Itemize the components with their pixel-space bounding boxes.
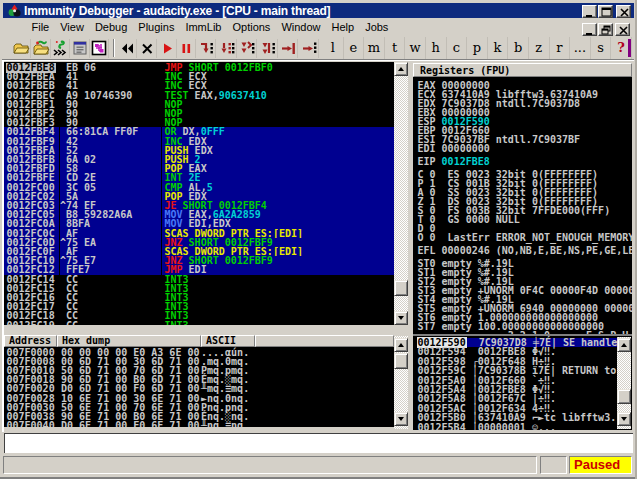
register-row[interactable]: EDI 00000000 bbox=[418, 144, 490, 154]
disasm-instruction: INT3 bbox=[165, 321, 189, 325]
toolbar-letter-k[interactable]: k bbox=[488, 37, 509, 59]
mdi-close-button[interactable] bbox=[615, 23, 630, 36]
status-message-panel bbox=[3, 456, 537, 474]
scroll-up-button[interactable] bbox=[394, 338, 408, 352]
menu-options[interactable]: Options bbox=[227, 18, 276, 37]
toolbar-letter-w[interactable]: w bbox=[405, 37, 426, 59]
step-into-icon bbox=[198, 40, 215, 57]
step-over-button[interactable] bbox=[218, 39, 237, 58]
run-to-user-code-button[interactable] bbox=[300, 39, 319, 58]
mdi-restore-icon bbox=[600, 25, 613, 36]
registers-pane[interactable]: EAX 00000000ECX 637410A9 libfftw3.637410… bbox=[413, 77, 632, 334]
stack-entry: 0012F5B4 │00000001 ☺... bbox=[418, 423, 556, 430]
trace-into-button[interactable] bbox=[238, 39, 257, 58]
menu-items: FileViewDebugPluginsImmLibOptionsWindowH… bbox=[26, 18, 394, 37]
open-folder-icon bbox=[13, 40, 30, 57]
toolbar-letter-m[interactable]: m bbox=[364, 37, 385, 59]
minimize-button[interactable] bbox=[582, 5, 597, 18]
command-input[interactable] bbox=[4, 433, 633, 453]
scroll-thumb[interactable] bbox=[394, 280, 408, 296]
arrow-up-icon bbox=[398, 67, 404, 71]
log-window-button[interactable] bbox=[71, 39, 90, 58]
toolbar-letter-t[interactable]: t bbox=[385, 37, 406, 59]
toolbar-letter-e[interactable]: e bbox=[344, 37, 365, 59]
registers-header[interactable]: Registers (FPU) bbox=[413, 63, 632, 77]
toolbar: lemtwhcpkbzr...s? bbox=[3, 37, 634, 60]
till-user-icon bbox=[301, 40, 318, 57]
stack-pane[interactable]: 0012F590 7C9037D8 ╪7É| SE handle0012F594… bbox=[413, 336, 632, 430]
register-row[interactable]: O 0 LastErr ERROR_NOT_ENOUGH_MEMORY bbox=[418, 233, 633, 243]
toolbar-letter-z[interactable]: z bbox=[529, 37, 550, 59]
disasm-address: 0012FC19 bbox=[7, 321, 55, 325]
stack-scrollbar[interactable] bbox=[617, 337, 631, 429]
scroll-thumb[interactable] bbox=[394, 353, 408, 369]
disassembly-pane[interactable]: 0012FBE8 EB 06JMP SHORT 0012FBF00012FBEA… bbox=[4, 62, 394, 325]
disassembly-scrollbar[interactable] bbox=[394, 62, 408, 325]
restart-button[interactable] bbox=[118, 39, 137, 58]
close-button[interactable] bbox=[616, 5, 631, 18]
python-shell-button[interactable] bbox=[51, 39, 70, 58]
disasm-row[interactable]: 0012FC19 CCINT3 bbox=[4, 321, 394, 325]
menu-plugins[interactable]: Plugins bbox=[133, 18, 180, 37]
toolbar-letter-l[interactable]: l bbox=[323, 37, 344, 59]
open-file-button[interactable] bbox=[12, 39, 31, 58]
dump-pane[interactable]: 007F000000 00 00 00 E0 A3 6E 00....αún.0… bbox=[4, 347, 394, 427]
mdi-minimize-button[interactable] bbox=[582, 23, 597, 36]
text-token: │00000001 ☺... bbox=[466, 422, 556, 430]
scroll-up-button[interactable] bbox=[617, 338, 631, 352]
menu-file[interactable]: File bbox=[26, 18, 55, 37]
letter-buttons: lemtwhcpkbzr...s? bbox=[323, 37, 632, 59]
toolbar-letter-dots[interactable]: ... bbox=[570, 37, 591, 59]
toolbar-letter-b[interactable]: b bbox=[508, 37, 529, 59]
toolbar-letter-h[interactable]: h bbox=[426, 37, 447, 59]
text-token: 0012FBE8 bbox=[442, 156, 490, 167]
dump-header-ascii: ASCII bbox=[201, 335, 255, 347]
mdi-restore-button[interactable] bbox=[598, 23, 613, 36]
arrow-up-icon bbox=[398, 343, 404, 347]
dump-row[interactable]: 007F0040D0 6E 71 00 F0 6E 71 00╨nq.≡nq. bbox=[4, 421, 394, 427]
toolbar-letter-c[interactable]: c bbox=[447, 37, 468, 59]
execute-till-return-button[interactable] bbox=[279, 39, 298, 58]
scroll-thumb[interactable] bbox=[617, 389, 631, 404]
toolbar-letter-r[interactable]: r bbox=[550, 37, 571, 59]
register-row[interactable]: EFL 00000246 (NO,NB,E,BE,NS,PE,GE,LE) bbox=[418, 246, 633, 256]
menu-window[interactable]: Window bbox=[276, 18, 326, 37]
menu-immlib[interactable]: ImmLib bbox=[180, 18, 227, 37]
options-window-button[interactable] bbox=[90, 39, 109, 58]
app-icon bbox=[8, 4, 21, 17]
python-snake-icon bbox=[52, 40, 69, 57]
scroll-down-button[interactable] bbox=[394, 311, 408, 325]
immunity-debugger-window: { "window": { "title": "Immunity Debugge… bbox=[0, 0, 637, 479]
dump-address: 007F0040 bbox=[7, 421, 55, 427]
options-window-icon bbox=[91, 40, 108, 57]
toolbar-letter-p[interactable]: p bbox=[467, 37, 488, 59]
run-button[interactable] bbox=[158, 39, 177, 58]
workarea-top-bevel bbox=[2, 59, 634, 61]
scroll-down-button[interactable] bbox=[394, 412, 408, 426]
menu-debug[interactable]: Debug bbox=[89, 18, 132, 37]
registers-title: Registers (FPU) bbox=[420, 65, 510, 76]
menu-jobs[interactable]: Jobs bbox=[360, 18, 394, 37]
close-x-icon bbox=[139, 40, 156, 57]
toolbar-letter-s[interactable]: s bbox=[591, 37, 612, 59]
step-into-button[interactable] bbox=[197, 39, 216, 58]
dump-header-filler bbox=[255, 335, 394, 347]
scroll-up-button[interactable] bbox=[394, 62, 408, 76]
pause-icon bbox=[178, 40, 195, 57]
title-bar[interactable]: Immunity Debugger - audacity.exe - [CPU … bbox=[3, 3, 634, 18]
step-over-icon bbox=[219, 40, 236, 57]
trace-into-icon bbox=[239, 40, 256, 57]
menu-bar: FileViewDebugPluginsImmLibOptionsWindowH… bbox=[3, 18, 634, 37]
close-process-button[interactable] bbox=[138, 39, 157, 58]
restart-attach-button[interactable] bbox=[32, 39, 51, 58]
dump-scrollbar[interactable] bbox=[394, 336, 408, 429]
menu-help[interactable]: Help bbox=[326, 18, 360, 37]
menu-view[interactable]: View bbox=[55, 18, 90, 37]
trace-over-button[interactable] bbox=[259, 39, 278, 58]
scroll-down-button[interactable] bbox=[617, 412, 631, 426]
register-row[interactable]: EIP 0012FBE8 bbox=[418, 157, 490, 167]
dump-header: AddressHex dumpASCII bbox=[4, 335, 394, 347]
maximize-button[interactable] bbox=[598, 5, 613, 18]
pause-button[interactable] bbox=[177, 39, 196, 58]
stack-row[interactable]: 0012F5B4 │00000001 ☺... bbox=[413, 423, 632, 430]
